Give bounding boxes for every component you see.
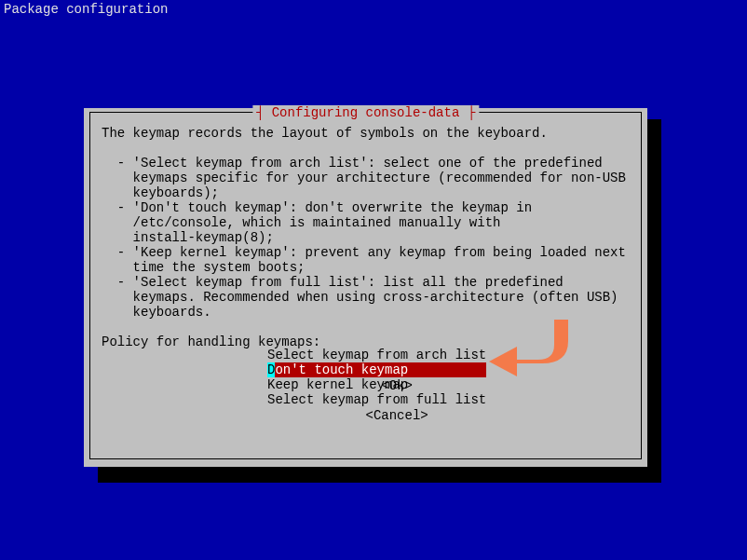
dialog-body: The keymap records the layout of symbols… [102, 126, 630, 349]
ok-button[interactable]: <Ok> [377, 378, 416, 393]
dialog-border: ┤ Configuring console-data ├ The keymap … [89, 112, 642, 459]
menu-option[interactable]: Select keymap from arch list [267, 348, 486, 362]
dialog-title: ┤ Configuring console-data ├ [252, 105, 479, 120]
header-title: Package configuration [4, 2, 168, 17]
screen: Package configuration ┤ Configuring cons… [0, 0, 747, 560]
cancel-button[interactable]: <Cancel> [362, 408, 432, 423]
button-row: <Ok> <Cancel> [90, 363, 641, 438]
dialog: ┤ Configuring console-data ├ The keymap … [84, 108, 647, 467]
